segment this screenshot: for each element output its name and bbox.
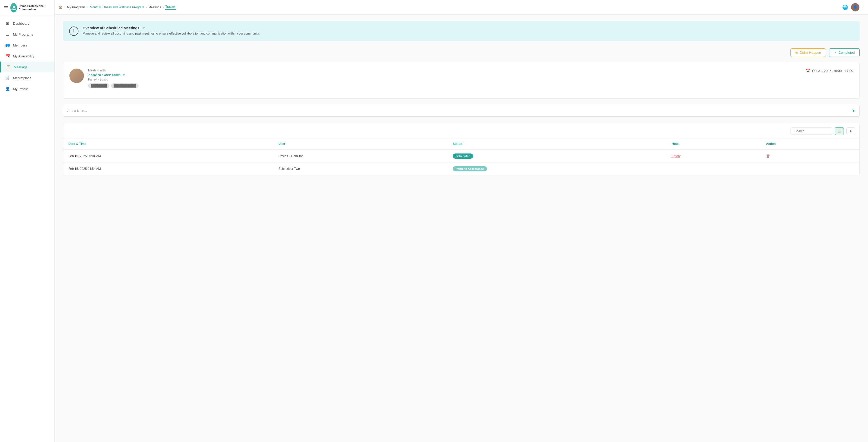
breadcrumb-program[interactable]: Monthly Fitness and Wellness Program [90,5,144,9]
svg-point-1 [11,8,13,10]
completed-button[interactable]: ✓ Completed [829,48,860,57]
cell-status: Scheduled [447,149,666,163]
meeting-info: Meeting with Zandra Svensson ↗ Fahey - B… [88,69,802,88]
note-input[interactable] [67,109,852,113]
my-availability-label: My Availability [13,54,34,58]
sidebar-header: Demo Professional Communities [0,0,54,16]
meeting-tag-1: ████████ [88,83,110,88]
main-area: 🏠 › My Programs › Monthly Fitness and We… [55,0,868,442]
breadcrumb-my-programs[interactable]: My Programs [67,5,86,9]
check-icon: ✓ [834,50,837,55]
search-input[interactable] [790,128,832,135]
sidebar-item-my-programs[interactable]: ☰ My Programs [0,29,54,40]
meeting-card: Meeting with Zandra Svensson ↗ Fahey - B… [63,62,860,99]
meeting-header: Meeting with Zandra Svensson ↗ Fahey - B… [69,69,853,88]
meeting-person-name[interactable]: Zandra Svensson ↗ [88,73,802,77]
info-content: Overview of Scheduled Meetings! ↗ Manage… [83,26,259,36]
cell-datetime: Feb 15, 2025 04:54 AM [63,163,273,175]
send-icon[interactable]: ➤ [852,108,855,113]
meeting-tags: ████████ ███████████ [88,83,802,88]
my-programs-label: My Programs [13,32,33,36]
members-label: Members [13,43,27,47]
logo-area: Demo Professional Communities [10,3,50,12]
external-link-icon[interactable]: ↗ [142,26,145,30]
breadcrumb-meetings[interactable]: Meetings [148,5,161,9]
breadcrumb: 🏠 › My Programs › Monthly Fitness and We… [59,5,176,10]
note-input-area[interactable]: ➤ [63,105,860,116]
hamburger-menu[interactable] [4,6,8,9]
list-view-button[interactable]: ☰ [835,127,844,135]
circle-x-icon: ⊗ [795,50,798,55]
sidebar-item-members[interactable]: 👥 Members [0,40,54,50]
status-badge: Pending Acceptance [453,166,487,171]
svg-point-2 [14,8,16,10]
svg-point-3 [13,9,15,10]
profile-icon: 👤 [5,87,10,91]
collapse-button[interactable]: ‹ [863,5,864,10]
availability-icon: 📅 [5,54,10,59]
sidebar-item-dashboard[interactable]: ⊞ Dashboard [0,18,54,29]
info-icon: i [69,27,79,36]
my-profile-label: My Profile [13,87,28,91]
info-description: Manage and review all upcoming and past … [83,31,259,36]
action-buttons: ⊗ Didn't Happen ✓ Completed [63,48,860,57]
topbar-actions: 🌐 👤 ‹ [842,3,864,11]
sidebar-item-marketplace[interactable]: 🛒 Marketplace [0,72,54,83]
dashboard-icon: ⊞ [5,21,10,26]
sidebar-item-my-availability[interactable]: 📅 My Availability [0,50,54,62]
cell-note [666,163,761,175]
dashboard-label: Dashboard [13,22,30,26]
delete-button[interactable]: 🗑 [766,154,770,159]
cell-action: 🗑 [761,149,860,163]
info-title: Overview of Scheduled Meetings! ↗ [83,26,259,30]
breadcrumb-home[interactable]: 🏠 [59,5,63,9]
globe-icon[interactable]: 🌐 [842,4,848,10]
meeting-company: Fahey - Bosco [88,78,802,81]
sidebar-nav: ⊞ Dashboard ☰ My Programs 👥 Members 📅 My… [0,16,54,442]
meeting-datetime: 📅 Oct 31, 2025, 16:00 - 17:00 [806,69,853,73]
sidebar: Demo Professional Communities ⊞ Dashboar… [0,0,55,442]
cell-user: Subscriber Two [273,163,447,175]
note-empty-label: Empty [672,154,681,158]
marketplace-icon: 🛒 [5,75,10,80]
content-area: i Overview of Scheduled Meetings! ↗ Mana… [55,14,868,442]
marketplace-label: Marketplace [13,76,31,80]
cell-user: David C. Hamilton [273,149,447,163]
calendar-icon: 📅 [806,69,810,73]
logo-icon [10,3,17,12]
app-title: Demo Professional Communities [19,4,50,11]
sidebar-item-meetings[interactable]: 📋 Meetings [0,62,54,72]
topbar: 🏠 › My Programs › Monthly Fitness and We… [55,0,868,14]
table-row: Feb 15, 2025 06:04 AMDavid C. HamiltonSc… [63,149,860,163]
members-icon: 👥 [5,43,10,47]
download-button[interactable]: ⬇ [846,127,855,135]
col-header-user: User [273,138,447,149]
cell-note: Empty [666,149,761,163]
meeting-with-label: Meeting with [88,69,802,72]
meetings-label: Meetings [14,65,28,69]
table-toolbar: ☰ ⬇ [63,124,860,138]
table-row: Feb 15, 2025 04:54 AMSubscriber TwoPendi… [63,163,860,175]
info-banner: i Overview of Scheduled Meetings! ↗ Mana… [63,21,860,41]
meeting-avatar [69,69,84,83]
col-header-note: Note [666,138,761,149]
meetings-table: Date & Time User Status Note Action Feb … [63,138,860,175]
cell-datetime: Feb 15, 2025 06:04 AM [63,149,273,163]
breadcrumb-sep-0: › [64,5,65,9]
meeting-tag-2: ███████████ [111,83,138,88]
my-programs-icon: ☰ [5,32,10,37]
breadcrumb-sep-1: › [87,5,88,9]
breadcrumb-sep-2: › [146,5,147,9]
col-header-datetime: Date & Time [63,138,273,149]
status-badge: Scheduled [453,154,473,159]
col-header-action: Action [761,138,860,149]
meetings-table-section: ☰ ⬇ Date & Time User Status Note Action … [63,124,860,175]
didnt-happen-button[interactable]: ⊗ Didn't Happen [790,48,826,57]
breadcrumb-tracker: Tracker [165,5,176,10]
cell-action [761,163,860,175]
svg-point-0 [13,6,15,8]
col-header-status: Status [447,138,666,149]
home-icon: 🏠 [59,5,63,9]
user-avatar[interactable]: 👤 [851,3,860,11]
sidebar-item-my-profile[interactable]: 👤 My Profile [0,83,54,94]
